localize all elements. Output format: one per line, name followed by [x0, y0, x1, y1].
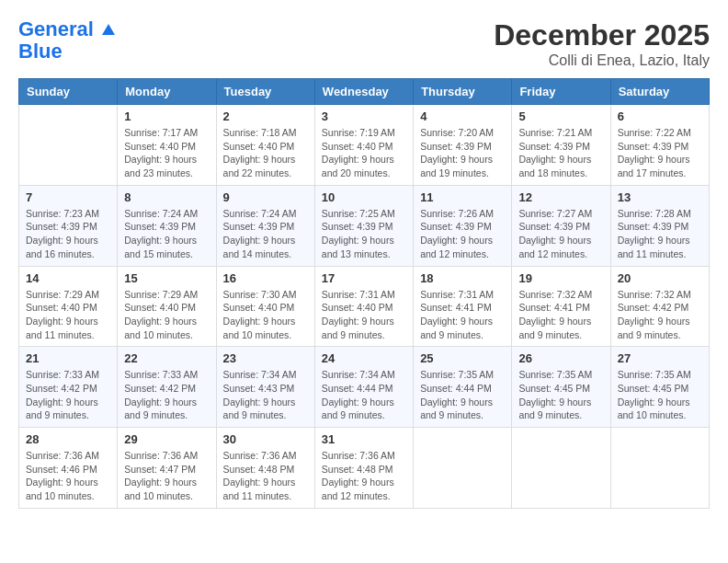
title-area: December 2025 Colli di Enea, Lazio, Ital…: [494, 18, 710, 69]
day-number: 21: [26, 351, 110, 365]
day-of-week-header: Monday: [118, 79, 216, 105]
day-info: Sunrise: 7:35 AM Sunset: 4:44 PM Dayligh…: [420, 368, 505, 422]
day-number: 20: [618, 271, 702, 285]
location-subtitle: Colli di Enea, Lazio, Italy: [494, 52, 710, 69]
calendar-cell: 20Sunrise: 7:32 AM Sunset: 4:42 PM Dayli…: [610, 266, 709, 347]
day-of-week-header: Friday: [512, 79, 610, 105]
day-info: Sunrise: 7:33 AM Sunset: 4:42 PM Dayligh…: [124, 368, 209, 422]
day-info: Sunrise: 7:18 AM Sunset: 4:40 PM Dayligh…: [223, 126, 308, 180]
day-of-week-header: Thursday: [414, 79, 512, 105]
calendar-week-row: 21Sunrise: 7:33 AM Sunset: 4:42 PM Dayli…: [19, 347, 710, 428]
day-number: 13: [618, 190, 702, 204]
calendar-cell: 28Sunrise: 7:36 AM Sunset: 4:46 PM Dayli…: [19, 428, 118, 509]
calendar-cell: 14Sunrise: 7:29 AM Sunset: 4:40 PM Dayli…: [19, 266, 118, 347]
day-number: 12: [518, 190, 603, 204]
calendar-cell: 29Sunrise: 7:36 AM Sunset: 4:47 PM Dayli…: [118, 428, 216, 509]
day-number: 28: [26, 432, 110, 446]
calendar-cell: 4Sunrise: 7:20 AM Sunset: 4:39 PM Daylig…: [414, 105, 512, 186]
calendar-cell: 5Sunrise: 7:21 AM Sunset: 4:39 PM Daylig…: [512, 105, 610, 186]
day-number: 8: [124, 190, 209, 204]
day-of-week-header: Tuesday: [216, 79, 314, 105]
day-number: 9: [223, 190, 308, 204]
day-info: Sunrise: 7:29 AM Sunset: 4:40 PM Dayligh…: [26, 288, 110, 342]
day-info: Sunrise: 7:17 AM Sunset: 4:40 PM Dayligh…: [124, 126, 209, 180]
day-number: 5: [518, 109, 603, 123]
day-info: Sunrise: 7:27 AM Sunset: 4:39 PM Dayligh…: [518, 207, 603, 261]
calendar-cell: 22Sunrise: 7:33 AM Sunset: 4:42 PM Dayli…: [118, 347, 216, 428]
calendar-cell: 30Sunrise: 7:36 AM Sunset: 4:48 PM Dayli…: [216, 428, 314, 509]
day-info: Sunrise: 7:36 AM Sunset: 4:48 PM Dayligh…: [322, 449, 406, 503]
day-info: Sunrise: 7:29 AM Sunset: 4:40 PM Dayligh…: [124, 288, 209, 342]
calendar-week-row: 28Sunrise: 7:36 AM Sunset: 4:46 PM Dayli…: [19, 428, 710, 509]
day-info: Sunrise: 7:19 AM Sunset: 4:40 PM Dayligh…: [322, 126, 406, 180]
calendar-header-row: SundayMondayTuesdayWednesdayThursdayFrid…: [19, 79, 710, 105]
calendar-cell: 25Sunrise: 7:35 AM Sunset: 4:44 PM Dayli…: [414, 347, 512, 428]
day-number: 3: [322, 109, 406, 123]
logo-blue: Blue: [18, 40, 118, 63]
day-info: Sunrise: 7:26 AM Sunset: 4:39 PM Dayligh…: [420, 207, 505, 261]
calendar-cell: 6Sunrise: 7:22 AM Sunset: 4:39 PM Daylig…: [610, 105, 709, 186]
calendar-week-row: 14Sunrise: 7:29 AM Sunset: 4:40 PM Dayli…: [19, 266, 710, 347]
day-of-week-header: Sunday: [19, 79, 118, 105]
day-info: Sunrise: 7:36 AM Sunset: 4:48 PM Dayligh…: [223, 449, 308, 503]
calendar-cell: 12Sunrise: 7:27 AM Sunset: 4:39 PM Dayli…: [512, 185, 610, 266]
calendar-cell: 9Sunrise: 7:24 AM Sunset: 4:39 PM Daylig…: [216, 185, 314, 266]
day-info: Sunrise: 7:31 AM Sunset: 4:41 PM Dayligh…: [420, 288, 505, 342]
calendar-cell: 31Sunrise: 7:36 AM Sunset: 4:48 PM Dayli…: [314, 428, 413, 509]
month-title: December 2025: [494, 18, 710, 52]
day-info: Sunrise: 7:32 AM Sunset: 4:42 PM Dayligh…: [618, 288, 702, 342]
day-info: Sunrise: 7:30 AM Sunset: 4:40 PM Dayligh…: [223, 288, 308, 342]
day-number: 7: [26, 190, 110, 204]
day-info: Sunrise: 7:24 AM Sunset: 4:39 PM Dayligh…: [124, 207, 209, 261]
calendar-cell: 27Sunrise: 7:35 AM Sunset: 4:45 PM Dayli…: [610, 347, 709, 428]
calendar-cell: 16Sunrise: 7:30 AM Sunset: 4:40 PM Dayli…: [216, 266, 314, 347]
day-info: Sunrise: 7:23 AM Sunset: 4:39 PM Dayligh…: [26, 207, 110, 261]
day-info: Sunrise: 7:34 AM Sunset: 4:44 PM Dayligh…: [322, 368, 406, 422]
day-number: 29: [124, 432, 209, 446]
calendar-week-row: 1Sunrise: 7:17 AM Sunset: 4:40 PM Daylig…: [19, 105, 710, 186]
calendar-cell: [610, 428, 709, 509]
day-number: 6: [618, 109, 702, 123]
day-info: Sunrise: 7:36 AM Sunset: 4:47 PM Dayligh…: [124, 449, 209, 503]
day-info: Sunrise: 7:22 AM Sunset: 4:39 PM Dayligh…: [618, 126, 702, 180]
calendar-cell: [512, 428, 610, 509]
day-number: 22: [124, 351, 209, 365]
day-info: Sunrise: 7:20 AM Sunset: 4:39 PM Dayligh…: [420, 126, 505, 180]
day-of-week-header: Saturday: [610, 79, 709, 105]
day-number: 2: [223, 109, 308, 123]
calendar-cell: 17Sunrise: 7:31 AM Sunset: 4:40 PM Dayli…: [314, 266, 413, 347]
calendar-cell: 8Sunrise: 7:24 AM Sunset: 4:39 PM Daylig…: [118, 185, 216, 266]
day-info: Sunrise: 7:28 AM Sunset: 4:39 PM Dayligh…: [618, 207, 702, 261]
day-info: Sunrise: 7:21 AM Sunset: 4:39 PM Dayligh…: [518, 126, 603, 180]
day-info: Sunrise: 7:36 AM Sunset: 4:46 PM Dayligh…: [26, 449, 110, 503]
day-number: 26: [518, 351, 603, 365]
calendar-cell: 11Sunrise: 7:26 AM Sunset: 4:39 PM Dayli…: [414, 185, 512, 266]
calendar-cell: 19Sunrise: 7:32 AM Sunset: 4:41 PM Dayli…: [512, 266, 610, 347]
calendar-cell: 13Sunrise: 7:28 AM Sunset: 4:39 PM Dayli…: [610, 185, 709, 266]
calendar-cell: 3Sunrise: 7:19 AM Sunset: 4:40 PM Daylig…: [314, 105, 413, 186]
logo: General Blue: [18, 18, 118, 63]
day-number: 14: [26, 271, 110, 285]
svg-marker-0: [102, 24, 115, 35]
calendar-cell: 26Sunrise: 7:35 AM Sunset: 4:45 PM Dayli…: [512, 347, 610, 428]
day-info: Sunrise: 7:25 AM Sunset: 4:39 PM Dayligh…: [322, 207, 406, 261]
day-number: 19: [518, 271, 603, 285]
day-info: Sunrise: 7:35 AM Sunset: 4:45 PM Dayligh…: [518, 368, 603, 422]
calendar-cell: 24Sunrise: 7:34 AM Sunset: 4:44 PM Dayli…: [314, 347, 413, 428]
calendar-cell: 23Sunrise: 7:34 AM Sunset: 4:43 PM Dayli…: [216, 347, 314, 428]
day-number: 31: [322, 432, 406, 446]
day-number: 27: [618, 351, 702, 365]
day-number: 17: [322, 271, 406, 285]
calendar-cell: [414, 428, 512, 509]
calendar-week-row: 7Sunrise: 7:23 AM Sunset: 4:39 PM Daylig…: [19, 185, 710, 266]
day-number: 23: [223, 351, 308, 365]
calendar-cell: 21Sunrise: 7:33 AM Sunset: 4:42 PM Dayli…: [19, 347, 118, 428]
calendar-cell: 18Sunrise: 7:31 AM Sunset: 4:41 PM Dayli…: [414, 266, 512, 347]
day-number: 11: [420, 190, 505, 204]
day-info: Sunrise: 7:35 AM Sunset: 4:45 PM Dayligh…: [618, 368, 702, 422]
calendar-cell: 10Sunrise: 7:25 AM Sunset: 4:39 PM Dayli…: [314, 185, 413, 266]
day-info: Sunrise: 7:34 AM Sunset: 4:43 PM Dayligh…: [223, 368, 308, 422]
day-number: 15: [124, 271, 209, 285]
day-of-week-header: Wednesday: [314, 79, 413, 105]
page-header: General Blue December 2025 Colli di Enea…: [18, 18, 710, 69]
